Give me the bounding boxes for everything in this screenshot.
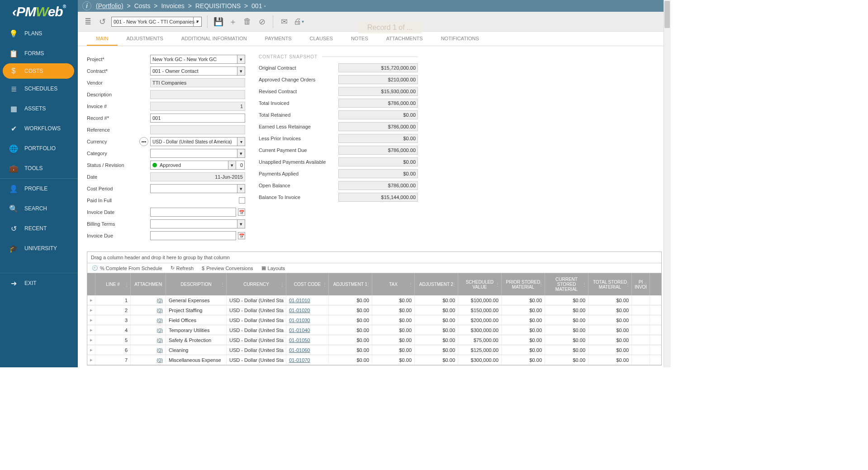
project-select[interactable]: New York GC - New York GC▾ xyxy=(150,55,245,64)
breadcrumb-0[interactable]: (Portfolio) xyxy=(96,2,123,9)
nav-item-tools[interactable]: 💼TOOLS xyxy=(0,158,78,178)
column-menu-icon[interactable]: ⋮ xyxy=(124,282,129,287)
col-header[interactable]: SCHEDULED VALUE⋮ xyxy=(458,273,502,295)
mail-icon[interactable]: ✉ xyxy=(279,16,289,27)
calendar-icon[interactable]: 📅 xyxy=(238,209,245,216)
col-header[interactable]: ADJUSTMENT 1⋮ xyxy=(329,273,372,295)
expand-icon[interactable]: ▸ xyxy=(87,325,95,335)
save-icon[interactable]: 💾 xyxy=(213,16,224,27)
currency-select[interactable]: USD - Dollar (United States of America)▾ xyxy=(150,137,245,146)
dropdown-icon[interactable]: ▾ xyxy=(193,17,201,26)
column-menu-icon[interactable]: ⋮ xyxy=(626,282,630,287)
column-menu-icon[interactable]: ⋮ xyxy=(323,282,327,287)
chevron-down-icon[interactable]: ▾ xyxy=(237,55,245,64)
tab-notifications[interactable]: NOTIFICATIONS xyxy=(432,32,488,46)
tab-clauses[interactable]: CLAUSES xyxy=(301,32,342,46)
col-header[interactable]: ADJUSTMENT 2⋮ xyxy=(415,273,458,295)
invoicedate-field[interactable] xyxy=(150,208,236,217)
costcode-link[interactable]: 01-01040 xyxy=(286,325,329,335)
costcode-link[interactable]: 01-01010 xyxy=(286,295,329,305)
tab-main[interactable]: MAIN xyxy=(87,32,118,46)
tab-attachments[interactable]: ATTACHMENTS xyxy=(377,32,432,46)
table-row[interactable]: ▸4(0)Temporary UtilitiesUSD - Dollar (Un… xyxy=(87,325,661,335)
add-icon[interactable]: ＋ xyxy=(228,16,238,27)
table-row[interactable]: ▸2(0)Project StaffingUSD - Dollar (Unite… xyxy=(87,305,661,315)
table-row[interactable]: ▸7(0)Miscellaneous ExpenseUSD - Dollar (… xyxy=(87,355,661,365)
print-icon[interactable]: 🖨▾ xyxy=(293,16,304,27)
table-row[interactable]: ▸3(0)Field OfficesUSD - Dollar (United S… xyxy=(87,315,661,325)
costcode-link[interactable]: 01-01070 xyxy=(286,355,329,365)
tab-additional-information[interactable]: ADDITIONAL INFORMATION xyxy=(172,32,256,46)
chevron-down-icon[interactable]: ▾ xyxy=(228,161,236,170)
scrollbar[interactable] xyxy=(664,0,671,367)
attachment-link[interactable]: (0) xyxy=(131,295,166,305)
attachment-link[interactable]: (0) xyxy=(131,325,166,335)
column-menu-icon[interactable]: ⋮ xyxy=(366,282,370,287)
column-menu-icon[interactable]: ⋮ xyxy=(582,282,587,287)
attachment-link[interactable]: (0) xyxy=(131,315,166,325)
column-menu-icon[interactable]: ⋮ xyxy=(220,282,225,287)
calendar-icon[interactable]: 📅 xyxy=(238,232,245,239)
nav-item-schedules[interactable]: ≣SCHEDULES xyxy=(0,79,78,99)
billing-select[interactable]: ▾ xyxy=(150,219,245,228)
list-icon[interactable]: ≣ xyxy=(82,16,93,27)
expand-icon[interactable]: ▸ xyxy=(87,335,95,345)
expand-icon[interactable]: ▸ xyxy=(87,345,95,355)
expand-icon[interactable]: ▸ xyxy=(87,315,95,325)
expand-icon[interactable]: ▸ xyxy=(87,295,95,305)
groupby-bar[interactable]: Drag a column header and drop it here to… xyxy=(87,252,661,263)
col-header[interactable]: TOTAL STORED MATERIAL⋮ xyxy=(588,273,632,295)
nav-item-search[interactable]: 🔍SEARCH xyxy=(0,199,78,218)
grid-tool-refresh[interactable]: ↻Refresh xyxy=(171,265,194,271)
col-header[interactable]: ATTACHMEN⋮ xyxy=(131,273,166,295)
attachment-link[interactable]: (0) xyxy=(131,305,166,315)
record-field[interactable]: 001 xyxy=(150,114,245,123)
nav-item-workflows[interactable]: ✔WORKFLOWS xyxy=(0,119,78,138)
col-header[interactable]: PRIOR STORED MATERIAL⋮ xyxy=(502,273,545,295)
column-menu-icon[interactable]: ⋮ xyxy=(160,282,164,287)
chevron-down-icon[interactable]: ▾ xyxy=(237,66,245,76)
column-menu-icon[interactable]: ⋮ xyxy=(539,282,543,287)
paidfull-checkbox[interactable] xyxy=(239,197,245,204)
col-header[interactable]: LINE #⋮ xyxy=(95,273,131,295)
chevron-down-icon[interactable]: ▾ xyxy=(237,137,245,146)
nav-item-exit[interactable]: ➜EXIT xyxy=(0,273,78,293)
tab-notes[interactable]: NOTES xyxy=(342,32,377,46)
col-header[interactable]: COST CODE⋮ xyxy=(286,273,329,295)
currency-more-button[interactable]: ••• xyxy=(139,137,148,146)
col-header[interactable]: PI INVOI⋮ xyxy=(632,273,650,295)
table-row[interactable]: ▸1(0)General ExpensesUSD - Dollar (Unite… xyxy=(87,295,661,305)
table-row[interactable]: ▸5(0)Safety & ProtectionUSD - Dollar (Un… xyxy=(87,335,661,345)
chevron-down-icon[interactable]: ▾ xyxy=(237,219,245,228)
tab-adjustments[interactable]: ADJUSTMENTS xyxy=(118,32,172,46)
nav-item-assets[interactable]: ▦ASSETS xyxy=(0,99,78,119)
nav-item-forms[interactable]: 📋FORMS xyxy=(0,43,78,63)
status-select[interactable]: Approved▾ xyxy=(150,161,236,170)
delete-icon[interactable]: 🗑 xyxy=(242,16,253,27)
tab-payments[interactable]: PAYMENTS xyxy=(256,32,301,46)
nav-item-plans[interactable]: 💡PLANS xyxy=(0,24,78,43)
chevron-down-icon[interactable]: ▾ xyxy=(237,184,245,193)
costcode-link[interactable]: 01-01020 xyxy=(286,305,329,315)
costcode-link[interactable]: 01-01030 xyxy=(286,315,329,325)
costperiod-select[interactable]: ▾ xyxy=(150,184,245,193)
grid-tool-layouts[interactable]: ▦Layouts xyxy=(261,265,285,271)
attachment-link[interactable]: (0) xyxy=(131,345,166,355)
attachment-link[interactable]: (0) xyxy=(131,335,166,345)
nav-item-recent[interactable]: ↺RECENT xyxy=(0,218,78,238)
col-header[interactable]: CURRENCY⋮ xyxy=(227,273,286,295)
info-icon[interactable]: i xyxy=(82,1,91,10)
column-menu-icon[interactable]: ⋮ xyxy=(495,282,500,287)
category-select[interactable]: ▾ xyxy=(150,149,245,158)
grid-tool-preview-conversions[interactable]: $Preview Conversions xyxy=(202,266,253,271)
col-header[interactable]: TAX⋮ xyxy=(372,273,415,295)
grid-tool--complete-from-schedule[interactable]: 🕘% Complete From Schedule xyxy=(92,265,162,271)
column-menu-icon[interactable]: ⋮ xyxy=(408,282,413,287)
costcode-link[interactable]: 01-01050 xyxy=(286,335,329,345)
table-row[interactable]: ▸6(0)CleaningUSD - Dollar (United Sta01-… xyxy=(87,345,661,355)
column-menu-icon[interactable]: ⋮ xyxy=(644,282,648,287)
contract-select[interactable]: 001 - Owner Contact▾ xyxy=(150,66,245,76)
costcode-link[interactable]: 01-01060 xyxy=(286,345,329,355)
nav-item-university[interactable]: 🎓UNIVERSITY xyxy=(0,238,78,258)
invoicedue-field[interactable] xyxy=(150,231,236,240)
